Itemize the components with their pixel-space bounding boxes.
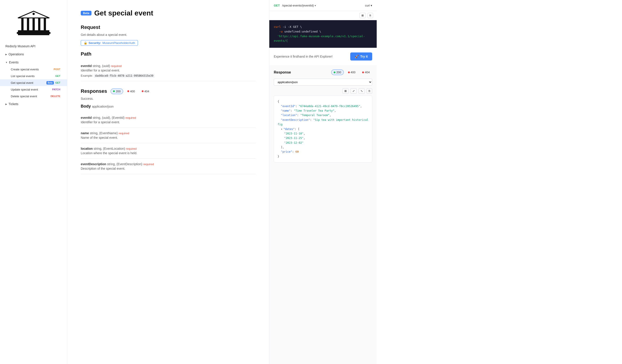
body-field-name-type: string, (EventName) [90, 131, 118, 135]
response-tab-400[interactable]: 400 [125, 89, 137, 94]
response-title: Response [274, 70, 291, 75]
response-actions: ⊞ ⤢ ⤡ ⎘ [274, 88, 372, 94]
sidebar-section-tickets-header[interactable]: ▶ Tickets [0, 100, 67, 108]
body-field-eventid-required: required [125, 116, 136, 119]
svg-rect-9 [18, 34, 49, 35]
rp-path-chevron-icon: ▾ [315, 4, 316, 7]
svg-point-1 [33, 13, 35, 15]
path-field-eventid-required: required [111, 64, 122, 68]
sidebar-section-operations-label: Operations [9, 53, 24, 56]
json-line-dates-close: ], [278, 145, 369, 150]
response-split-button[interactable]: ⊞ [342, 88, 349, 94]
rp-response-tab-404[interactable]: 404 [360, 70, 372, 75]
body-field-name: name string, (EventName) required Name o… [81, 128, 256, 143]
responses-title: Responses [81, 88, 107, 94]
body-field-location-desc: Location where the special event is held… [81, 151, 256, 155]
try-it-button[interactable]: 🚀 Try it [350, 53, 372, 60]
dot-200-icon [113, 90, 115, 92]
json-line-close: } [278, 154, 369, 159]
response-tab-200[interactable]: 200 [111, 89, 123, 94]
sidebar-item-list-label: List special events [11, 75, 54, 78]
curl-line-3: 'https://api.fake-museum-example.com/v1.… [274, 34, 372, 43]
rp-copy-button[interactable]: ⎘ [368, 13, 373, 18]
path-title: Path [81, 51, 256, 57]
rp-response-200-label: 200 [336, 71, 341, 74]
body-field-location-type: string, (EventLocation) [94, 147, 126, 150]
page-title: Get special event [94, 9, 153, 17]
path-field-eventid-desc: Identifier for a special event. [81, 69, 256, 72]
response-header: Response 200 400 404 [274, 70, 372, 75]
chevron-right-icon-tickets: ▶ [5, 103, 7, 105]
sidebar-item-delete-method: DELETE [49, 94, 62, 98]
sidebar-item-delete-special-event[interactable]: Delete special event DELETE [0, 93, 67, 99]
dot-400-icon [127, 90, 129, 92]
body-type: application/json [92, 105, 114, 108]
path-field-eventid-name: eventId [81, 64, 92, 68]
try-it-section: Experience it firsthand in the API Explo… [269, 48, 377, 65]
rp-response-400-label: 400 [351, 71, 356, 74]
chevron-down-format-icon: ▾ [371, 4, 372, 7]
body-title: Body application/json [81, 104, 256, 109]
body-field-eventdesc-label: eventDescription [81, 162, 106, 166]
sidebar-section-events-label: Events [9, 60, 19, 64]
sidebar-item-list-special-events[interactable]: List special events GET [0, 73, 67, 79]
sidebar-item-get-method: GET [54, 81, 62, 84]
body-field-name-required: required [119, 132, 129, 135]
sidebar-item-update-method: PATCH [51, 88, 62, 91]
try-it-label: Try it [360, 55, 368, 58]
rp-endpoint-row: GET /special-events/{eventId} ▾ curl ▾ [274, 4, 372, 7]
sidebar-logo [0, 4, 67, 40]
body-field-eventdescription: eventDescription string, (EventDescripti… [81, 159, 256, 174]
sidebar-section-events-header[interactable]: ▼ Events [0, 59, 67, 66]
body-field-eventdesc-desc: Description of the special event. [81, 167, 256, 170]
response-collapse-button[interactable]: ⤡ [359, 88, 365, 94]
sidebar-section-tickets-label: Tickets [9, 102, 18, 106]
sidebar-item-create-label: Create special events [11, 68, 52, 71]
chevron-down-icon: ▼ [5, 61, 8, 64]
responses-tabs: 200 400 404 [111, 89, 152, 94]
body-field-eventid-header: eventId string, (uuid), (EventId) requir… [81, 116, 256, 119]
response-expand-button[interactable]: ⤢ [350, 88, 357, 94]
response-tab-404[interactable]: 404 [139, 89, 152, 94]
collapse-dates-icon[interactable]: ▾ [281, 128, 282, 131]
sidebar-item-get-special-event[interactable]: Get special event Beta GET [0, 79, 67, 86]
rp-response-tab-400[interactable]: 400 [346, 70, 358, 75]
body-field-eventid-desc: Identifier for a special event. [81, 120, 256, 124]
body-field-eventdesc-type: string, (EventDescription) [107, 162, 143, 166]
success-text: Success. [81, 97, 256, 100]
rp-code-actions: ⊞ ⎘ [269, 11, 377, 20]
rp-endpoint-bar: GET /special-events/{eventId} ▾ curl ▾ [269, 0, 377, 11]
path-section: Path eventId string, (uuid) required Ide… [81, 51, 256, 81]
body-field-eventdesc-required: required [143, 162, 154, 166]
curl-line-1: curl -i -X GET \ [274, 25, 372, 29]
svg-rect-8 [17, 32, 50, 34]
json-line-open: { [278, 99, 369, 104]
sidebar-item-update-label: Update special event [11, 88, 51, 91]
sidebar-section-operations: ▶ Operations [0, 51, 67, 58]
body-field-location-label: location [81, 147, 93, 150]
rp-response-tab-200[interactable]: 200 [331, 70, 344, 75]
response-status-tabs: 200 400 404 [331, 70, 372, 75]
rp-dot-404-icon [362, 72, 364, 73]
response-copy-button[interactable]: ⎘ [367, 88, 372, 94]
svg-rect-3 [27, 18, 29, 30]
body-field-location: location string, (EventLocation) require… [81, 143, 256, 159]
sidebar-title[interactable]: Redocly Museum API [0, 43, 67, 50]
rp-format-selector[interactable]: curl ▾ [365, 4, 372, 7]
sidebar-item-create-method: POST [52, 67, 62, 71]
sidebar-section-operations-header[interactable]: ▶ Operations [0, 51, 67, 58]
sidebar-item-get-beta-badge: Beta [46, 81, 54, 84]
dot-404-icon [142, 90, 143, 92]
security-value: MuseumPlaceholderAuth [102, 41, 135, 45]
json-line-desc: "eventDescription": "Sip tea with import… [278, 118, 369, 127]
json-line-name: "name": "Time Traveler Tea Party", [278, 109, 369, 113]
svg-rect-4 [33, 18, 35, 30]
curl-code-block: curl -i -X GET \ -u undefined:undefined … [274, 25, 372, 43]
rp-dot-200-icon [334, 72, 335, 73]
rp-split-view-button[interactable]: ⊞ [359, 13, 366, 18]
content-area: Beta Get special event Request Get detai… [67, 0, 269, 364]
body-field-location-required: required [126, 147, 137, 150]
sidebar-item-update-special-event[interactable]: Update special event PATCH [0, 86, 67, 93]
sidebar-item-create-special-events[interactable]: Create special events POST [0, 66, 67, 73]
content-type-select[interactable]: application/json [274, 79, 372, 86]
